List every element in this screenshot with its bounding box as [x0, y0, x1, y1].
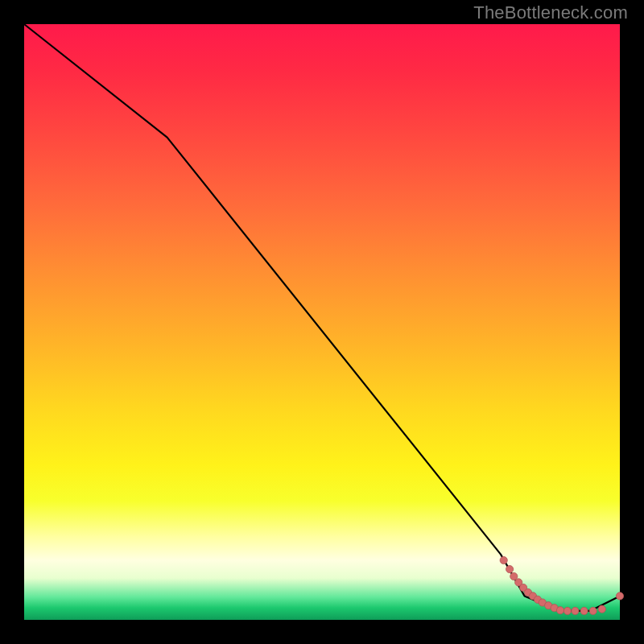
data-marker: [616, 592, 623, 600]
data-marker: [580, 607, 588, 614]
chart-overlay: [24, 24, 620, 620]
data-marker: [598, 605, 605, 613]
data-marker: [506, 566, 514, 573]
figure-container: TheBottleneck.com: [0, 0, 644, 644]
data-marker: [564, 607, 571, 614]
bottleneck-curve: [24, 24, 620, 611]
data-marker: [556, 607, 564, 614]
data-marker: [500, 556, 507, 564]
data-marker: [572, 607, 579, 614]
attribution-text: TheBottleneck.com: [473, 2, 628, 23]
plot-area: [24, 24, 620, 620]
data-marker: [589, 607, 597, 614]
marker-cluster: [500, 556, 624, 614]
